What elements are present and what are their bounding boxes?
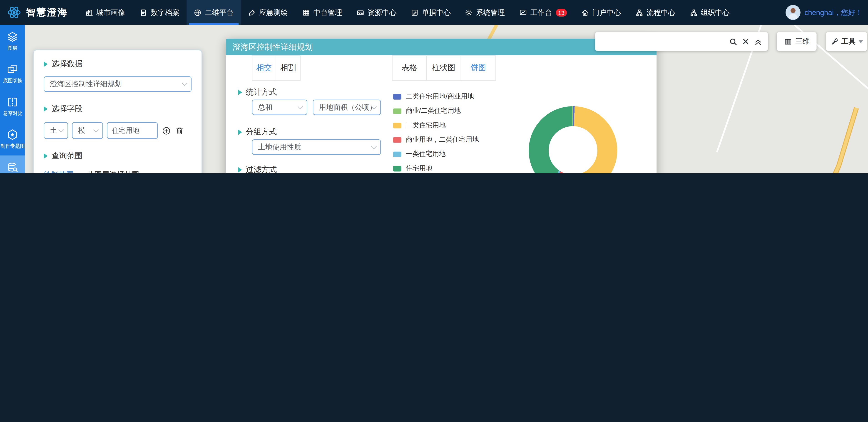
legend-item[interactable]: 二类住宅用地 [393, 121, 479, 130]
resource-icon [356, 9, 364, 17]
chart-legend: 二类住宅用地/商业用地商业/二类住宅用地二类住宅用地商业用地，二类住宅用地一类住… [393, 92, 479, 173]
tools-button[interactable]: 工具 [826, 32, 867, 51]
topnav-item-11[interactable]: 流程中心 [628, 0, 682, 25]
group-select[interactable]: 土地使用性质 [252, 139, 381, 155]
view-tab-3[interactable]: 饼图 [461, 56, 495, 80]
building-icon [85, 9, 93, 17]
delete-condition-icon[interactable] [175, 126, 184, 135]
sidebar-item-2[interactable]: 底图切换 [0, 58, 25, 90]
mode-tabs: 相交相割 [252, 55, 301, 81]
view-3d-button[interactable]: 三维 [777, 32, 816, 51]
section-caret-icon [44, 153, 48, 159]
search-input[interactable] [601, 37, 724, 46]
topnav-items: 城市画像数字档案二维平台应急测绘中台管理资源中心单据中心系统管理工作台13门户中… [78, 0, 780, 25]
stat-field-select[interactable]: 用地面积（公顷） [313, 100, 381, 115]
sidebar-item-1[interactable]: 图层 [0, 25, 25, 58]
topnav-item-5[interactable]: 中台管理 [295, 0, 349, 25]
legend-item[interactable]: 商业/二类住宅用地 [393, 106, 479, 116]
legend-label: 住宅用地 [406, 164, 432, 173]
range-tab-1[interactable]: 绘制范围 [44, 170, 74, 173]
sidebar-item-5[interactable]: 高级查询 [0, 156, 25, 173]
legend-item[interactable]: 住宅用地 [393, 164, 479, 173]
atom-icon [7, 5, 22, 20]
topnav-item-4[interactable]: 应急测绘 [241, 0, 295, 25]
topnav-item-3[interactable]: 二维平台 [186, 0, 241, 25]
topnav-item-6[interactable]: 资源中心 [349, 0, 404, 25]
view-tab-2[interactable]: 柱状图 [427, 56, 461, 80]
search-icon[interactable] [729, 37, 738, 45]
topnav-item-9[interactable]: 工作台13 [512, 0, 574, 25]
grid-icon [302, 9, 310, 17]
legend-swatch [393, 94, 401, 99]
donut-chart [529, 106, 617, 173]
user-greeting[interactable]: chenghai，您好！ [804, 7, 862, 18]
section-caret-icon [44, 106, 48, 112]
legend-item[interactable]: 商业用地，二类住宅用地 [393, 135, 479, 144]
map-searchbar [595, 32, 768, 51]
archive-icon [140, 9, 147, 17]
notification-badge: 13 [556, 9, 567, 17]
section-filter-method: 过滤方式 [238, 165, 277, 173]
view-3d-label: 三维 [795, 37, 810, 46]
topnav-item-label: 资源中心 [368, 7, 396, 18]
topnav-item-7[interactable]: 单据中心 [404, 0, 458, 25]
statistics-modal: 澄海区控制性详细规划 相交相割 表格柱状图饼图 统计方式 总和 用地面积（公顷）… [226, 39, 656, 173]
view-tab-1[interactable]: 表格 [393, 56, 427, 80]
add-condition-icon[interactable] [162, 126, 171, 135]
sidebar: 图层底图切换卷帘对比制作专题图高级查询专题查询专题制图空间分析组卷报批智能解译 [0, 25, 25, 173]
sidebar-item-label: 卷帘对比 [3, 110, 22, 117]
org-icon [690, 9, 698, 17]
topnav-item-1[interactable]: 城市画像 [78, 0, 132, 25]
legend-item[interactable]: 二类住宅用地/商业用地 [393, 92, 479, 101]
topnav-item-label: 门户中心 [592, 7, 621, 18]
dimension-icon [784, 37, 792, 45]
range-tab-2[interactable]: 从图层选择范围 [87, 170, 139, 173]
basemap-icon [7, 63, 18, 75]
section-caret-icon [238, 167, 242, 172]
sidebar-item-4[interactable]: 制作专题图 [0, 123, 25, 156]
topnav-item-10[interactable]: 门户中心 [574, 0, 628, 25]
brand-title: 智慧澄海 [26, 6, 68, 19]
section-select-data: 选择数据 [44, 59, 192, 69]
home-icon [581, 9, 589, 17]
topnav-item-2[interactable]: 数字档案 [132, 0, 186, 25]
user-area: chenghai，您好！ [780, 0, 868, 25]
caret-down-icon [859, 40, 863, 43]
dbsearch-icon [7, 161, 18, 173]
legend-label: 一类住宅用地 [406, 150, 445, 159]
topnav-item-12[interactable]: 组织中心 [682, 0, 737, 25]
chevron-down-icon [371, 144, 377, 149]
fields-row: 土 模 [44, 122, 192, 139]
sidebar-item-label: 底图切换 [3, 77, 22, 85]
avatar[interactable] [786, 5, 801, 20]
topnav-item-8[interactable]: 系统管理 [458, 0, 512, 25]
dataset-select[interactable]: 澄海区控制性详细规划 [44, 76, 192, 92]
advanced-query-panel: 选择数据 澄海区控制性详细规划 选择字段 土 模 查询范围 绘制范围从图层选择范… [33, 50, 202, 173]
globe-icon [194, 9, 202, 17]
field-select-2[interactable]: 模 [72, 122, 103, 139]
chevron-down-icon [93, 127, 99, 133]
pen-icon [248, 9, 256, 17]
field-select-1[interactable]: 土 [44, 122, 68, 139]
clear-search-icon[interactable] [742, 38, 749, 45]
legend-item[interactable]: 一类住宅用地 [393, 150, 479, 159]
legend-swatch [393, 152, 401, 157]
legend-label: 商业/二类住宅用地 [406, 106, 461, 116]
legend-label: 二类住宅用地 [406, 121, 445, 130]
mode-tab-1[interactable]: 相交 [252, 56, 276, 80]
wrench-icon [830, 37, 838, 45]
mode-tab-2[interactable]: 相割 [276, 56, 300, 80]
sidebar-items: 图层底图切换卷帘对比制作专题图高级查询专题查询专题制图空间分析组卷报批智能解译 [0, 25, 25, 173]
range-tabs: 绘制范围从图层选择范围 [44, 170, 192, 173]
chevron-down-icon [58, 127, 64, 133]
section-caret-icon [238, 90, 242, 95]
legend-swatch [393, 108, 401, 113]
sidebar-item-3[interactable]: 卷帘对比 [0, 90, 25, 123]
field-value-input[interactable] [107, 122, 158, 139]
collapse-icon[interactable] [754, 37, 763, 45]
person-icon [786, 5, 801, 20]
section-select-fields: 选择字段 [44, 104, 192, 114]
legend-label: 二类住宅用地/商业用地 [406, 92, 474, 101]
stat-method-select[interactable]: 总和 [252, 100, 307, 115]
topnav-item-label: 单据中心 [422, 7, 451, 18]
